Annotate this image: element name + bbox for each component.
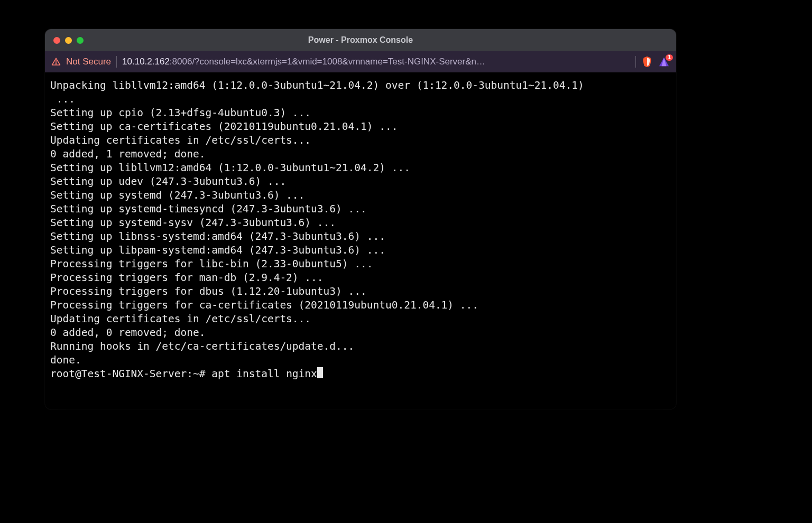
wallet-badge: 1 xyxy=(666,54,673,61)
terminal-prompt: root@Test-NGINX-Server:~# xyxy=(50,368,211,380)
addrbar-divider xyxy=(116,56,117,68)
close-window-button[interactable] xyxy=(53,37,60,44)
extension-icons: 1 xyxy=(641,56,670,68)
terminal-command: apt install nginx xyxy=(211,368,317,380)
url-host: 10.10.2.162 xyxy=(122,57,170,67)
terminal-cursor xyxy=(317,367,323,378)
url-display[interactable]: 10.10.2.162:8006/?console=lxc&xtermjs=1&… xyxy=(122,57,630,67)
traffic-lights xyxy=(53,37,84,44)
browser-window: Power - Proxmox Console Not Secure 10.10… xyxy=(45,29,676,409)
not-secure-label[interactable]: Not Secure xyxy=(66,57,111,67)
svg-point-1 xyxy=(56,63,56,64)
minimize-window-button[interactable] xyxy=(65,37,72,44)
window-titlebar: Power - Proxmox Console xyxy=(45,29,676,51)
maximize-window-button[interactable] xyxy=(77,37,84,44)
terminal-area[interactable]: Unpacking libllvm12:amd64 (1:12.0.0-3ubu… xyxy=(45,72,676,409)
terminal-output: Unpacking libllvm12:amd64 (1:12.0.0-3ubu… xyxy=(50,79,671,381)
url-path: :8006/?console=lxc&xtermjs=1&vmid=1008&v… xyxy=(170,57,485,67)
address-bar: Not Secure 10.10.2.162:8006/?console=lxc… xyxy=(45,51,676,72)
brave-shields-icon[interactable] xyxy=(641,56,653,68)
window-title: Power - Proxmox Console xyxy=(45,35,676,45)
brave-wallet-icon[interactable]: 1 xyxy=(658,57,670,67)
addrbar-divider-2 xyxy=(635,56,636,68)
warning-icon xyxy=(51,57,61,67)
